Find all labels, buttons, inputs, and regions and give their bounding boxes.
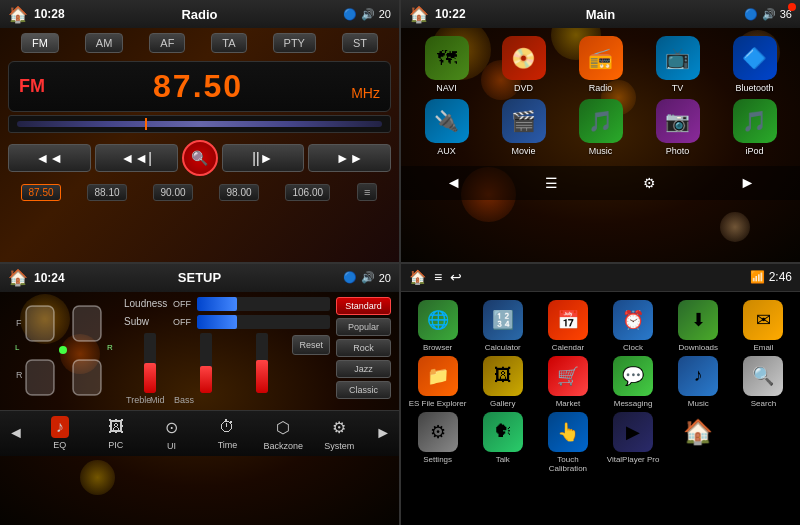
band-pty[interactable]: PTY	[273, 33, 316, 53]
android-downloads[interactable]: ⬇ Downloads	[668, 300, 729, 352]
radio-controls: ◄◄ ◄◄| 🔍 ||► ►►	[0, 136, 399, 180]
loudness-slider[interactable]	[197, 297, 330, 311]
search-button[interactable]: 🔍	[182, 140, 218, 176]
music-icon: 🎵	[579, 99, 623, 143]
android-vitalplayer[interactable]: ▶ VitalPlayer Pro	[603, 412, 664, 473]
subw-label: Subw	[124, 316, 169, 327]
setup-nav-next[interactable]: ►	[367, 418, 399, 448]
preset-classic[interactable]: Classic	[336, 381, 391, 399]
setup-title: SETUP	[178, 270, 221, 285]
preset-standard[interactable]: Standard	[336, 297, 391, 315]
mid-slider-track[interactable]	[200, 333, 212, 393]
android-email[interactable]: ✉ Email	[733, 300, 794, 352]
preset-jazz[interactable]: Jazz	[336, 360, 391, 378]
setup-home-icon[interactable]: 🏠	[8, 268, 28, 287]
band-fm[interactable]: FM	[21, 33, 59, 53]
nav-ui[interactable]: ⊙ UI	[144, 414, 200, 453]
app-photo[interactable]: 📷 Photo	[642, 99, 713, 156]
photo-icon: 📷	[656, 99, 700, 143]
android-settings[interactable]: ⚙ Settings	[407, 412, 468, 473]
bass-slider-track[interactable]	[256, 333, 268, 393]
android-clock[interactable]: ⏰ Clock	[603, 300, 664, 352]
app-movie[interactable]: 🎬 Movie	[488, 99, 559, 156]
android-home-shortcut[interactable]: 🏠	[668, 412, 729, 473]
android-talk[interactable]: 🗣 Talk	[472, 412, 533, 473]
bass-slider-col	[236, 333, 288, 393]
nav-backzone[interactable]: ⬡ Backzone	[255, 414, 311, 453]
nav-pic[interactable]: 🖼 PIC	[88, 414, 144, 452]
android-calendar[interactable]: 📅 Calendar	[537, 300, 598, 352]
preset-4[interactable]: 98.00	[219, 184, 258, 201]
band-st[interactable]: ST	[342, 33, 378, 53]
app-bluetooth[interactable]: 🔷 Bluetooth	[719, 36, 790, 93]
setup-panel: 🏠 10:24 SETUP 🔵 🔊 20 F	[0, 264, 399, 526]
app-radio[interactable]: 📻 Radio	[565, 36, 636, 93]
app-music[interactable]: 🎵 Music	[565, 99, 636, 156]
subw-row: Subw OFF	[124, 315, 330, 329]
reset-button[interactable]: Reset	[292, 335, 330, 355]
android-header-left: 🏠 ≡ ↩	[409, 269, 462, 285]
android-list-icon[interactable]: ≡	[434, 269, 442, 285]
home-icon[interactable]: 🏠	[8, 5, 28, 24]
android-messaging[interactable]: 💬 Messaging	[603, 356, 664, 408]
android-browser[interactable]: 🌐 Browser	[407, 300, 468, 352]
music-label: Music	[589, 146, 613, 156]
android-touch-calibration[interactable]: 👆 Touch Calibration	[537, 412, 598, 473]
android-home-icon[interactable]: 🏠	[409, 269, 426, 285]
setup-nav-prev[interactable]: ◄	[0, 418, 32, 448]
preset-5[interactable]: 106.00	[285, 184, 330, 201]
band-af[interactable]: AF	[149, 33, 185, 53]
app-ipod[interactable]: 🎵 iPod	[719, 99, 790, 156]
nav-time[interactable]: ⏱ Time	[200, 414, 256, 452]
preset-1[interactable]: 87.50	[21, 184, 60, 201]
nav-menu-button[interactable]: ☰	[535, 171, 568, 195]
android-back-icon[interactable]: ↩	[450, 269, 462, 285]
radio-presets: 87.50 88.10 90.00 98.00 106.00 ≡	[0, 180, 399, 204]
app-aux[interactable]: 🔌 AUX	[411, 99, 482, 156]
android-search[interactable]: 🔍 Search	[733, 356, 794, 408]
preset-popular[interactable]: Popular	[336, 318, 391, 336]
nav-settings-button[interactable]: ⚙	[633, 171, 666, 195]
radio-title: Radio	[181, 7, 217, 22]
android-market[interactable]: 🛒 Market	[537, 356, 598, 408]
preset-rock[interactable]: Rock	[336, 339, 391, 357]
settings-icon: ⚙	[418, 412, 458, 452]
app-dvd[interactable]: 📀 DVD	[488, 36, 559, 93]
main-panel: 🏠 10:22 Main 🔵 🔊 36 🗺 NAVI 📀 DVD 📻	[401, 0, 800, 262]
nav-prev[interactable]: ◄	[438, 170, 470, 196]
subw-slider[interactable]	[197, 315, 330, 329]
fast-forward-button[interactable]: ►►	[308, 144, 391, 172]
android-music[interactable]: ♪ Music	[668, 356, 729, 408]
setup-bt-icon: 🔵	[343, 271, 357, 284]
app-navi[interactable]: 🗺 NAVI	[411, 36, 482, 93]
android-header-right: 📶 2:46	[750, 270, 792, 284]
rewind-button[interactable]: ◄◄	[8, 144, 91, 172]
preset-2[interactable]: 88.10	[87, 184, 126, 201]
preset-list-button[interactable]: ≡	[357, 183, 377, 201]
loudness-value: OFF	[173, 299, 193, 309]
main-header-right: 🔵 🔊 36	[744, 8, 792, 21]
android-esfile[interactable]: 📁 ES File Explorer	[407, 356, 468, 408]
android-gallery[interactable]: 🖼 Gallery	[472, 356, 533, 408]
radio-header-left: 🏠 10:28	[8, 5, 65, 24]
nav-next[interactable]: ►	[731, 170, 763, 196]
aux-icon: 🔌	[425, 99, 469, 143]
app-tv[interactable]: 📺 TV	[642, 36, 713, 93]
band-ta[interactable]: TA	[211, 33, 246, 53]
prev-button[interactable]: ◄◄|	[95, 144, 178, 172]
main-home-icon[interactable]: 🏠	[409, 5, 429, 24]
preset-3[interactable]: 90.00	[153, 184, 192, 201]
nav-eq[interactable]: ♪ EQ	[32, 414, 88, 452]
bass-label: Bass	[174, 395, 188, 405]
next-button[interactable]: ||►	[222, 144, 305, 172]
nav-system[interactable]: ⚙ System	[311, 414, 367, 453]
main-app-grid: 🗺 NAVI 📀 DVD 📻 Radio 📺 TV 🔷 Bluetooth 🔌	[401, 28, 800, 164]
bluetooth-icon: 🔵	[343, 8, 357, 21]
android-music-label: Music	[688, 399, 709, 408]
android-calculator[interactable]: 🔢 Calculator	[472, 300, 533, 352]
setup-time: 10:24	[34, 271, 65, 285]
frequency-unit: MHz	[351, 85, 380, 101]
svg-text:L: L	[15, 343, 20, 352]
band-am[interactable]: AM	[85, 33, 124, 53]
treble-slider-track[interactable]	[144, 333, 156, 393]
